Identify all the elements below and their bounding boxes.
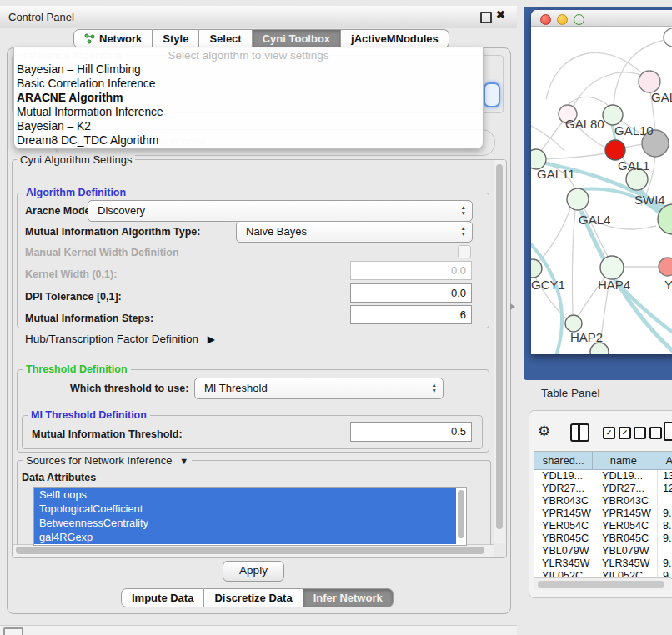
- node-label-hap4: HAP4: [598, 278, 630, 292]
- threshold-definition-title: Threshold Definition: [23, 363, 131, 375]
- attribute-list-scrollbar-thumb[interactable]: [458, 490, 464, 538]
- tab-discretize-data[interactable]: Discretize Data: [204, 588, 303, 608]
- cyni-algorithm-settings-title: Cyni Algorithm Settings: [17, 153, 135, 166]
- hub-definition-expander[interactable]: Hub/Transcription Factor Definition ▶: [25, 332, 215, 345]
- tab-infer-network[interactable]: Infer Network: [303, 588, 394, 608]
- table-row[interactable]: YBL079W YBL079W: [534, 545, 672, 558]
- manual-kernel-width-checkbox[interactable]: [458, 245, 471, 258]
- node-gal10[interactable]: [603, 105, 623, 125]
- float-panel-icon[interactable]: [480, 12, 492, 23]
- bottom-tabs: Impute Data Discretize Data Infer Networ…: [121, 588, 394, 608]
- dpi-tolerance-label: DPI Tolerance [0,1]:: [25, 291, 122, 302]
- node-label-swi4: SWI4: [634, 192, 665, 207]
- node-label-hap2: HAP2: [570, 330, 603, 344]
- combo-arrows-icon: ▲▼: [461, 225, 466, 237]
- close-traffic-light-icon[interactable]: [540, 14, 551, 25]
- table-row[interactable]: YER054C YER054C 8.: [534, 520, 672, 532]
- settings-vertical-scrollbar-thumb[interactable]: [496, 164, 503, 529]
- aracne-mode-value: Discovery: [98, 204, 145, 217]
- combo-arrows-icon: ▲▼: [432, 382, 437, 393]
- data-attributes-list[interactable]: SelfLoops TopologicalCoefficient Between…: [33, 487, 467, 546]
- import-table-icon[interactable]: [664, 422, 672, 441]
- network-canvas[interactable]: [531, 26, 672, 354]
- tab-jactivemnodules-label: jActiveMNodules: [351, 30, 439, 48]
- node-gal4[interactable]: [567, 188, 589, 210]
- algorithm-option[interactable]: Dream8 DC_TDC Algorithm: [14, 133, 483, 148]
- table-row[interactable]: YBR045C YBR045C 9.: [534, 532, 672, 545]
- table-row[interactable]: YPR145W YPR145W 9.: [534, 508, 672, 520]
- splitter-arrow-icon[interactable]: [510, 303, 515, 310]
- algorithm-option[interactable]: Basic Correlation Inference: [14, 77, 483, 91]
- sources-title-row[interactable]: Sources for Network Inference ▼: [23, 454, 192, 467]
- algorithm-dropdown-prompt: Select algorithm to view settings: [14, 48, 483, 62]
- control-panel-tabs: Network Style Select Cyni Toolbox jActiv…: [73, 29, 449, 48]
- kernel-width-input[interactable]: 0.0: [350, 261, 472, 280]
- column-header-extra[interactable]: A: [654, 452, 672, 469]
- node-label-gal10: GAL10: [614, 123, 654, 138]
- table-horizontal-scrollbar-thumb[interactable]: [538, 581, 664, 588]
- collapse-down-icon: ▼: [179, 456, 188, 466]
- tab-cyni-toolbox-label: Cyni Toolbox: [263, 30, 330, 48]
- mi-algorithm-type-combobox[interactable]: Naive Bayes ▲▼: [236, 221, 473, 242]
- tab-network[interactable]: Network: [73, 29, 153, 48]
- select-all-icon[interactable]: ✓✓: [603, 427, 631, 439]
- minimized-panel-button[interactable]: [3, 628, 23, 635]
- dpi-tolerance-input[interactable]: 0.0: [350, 283, 472, 302]
- column-visibility-icon[interactable]: [570, 423, 589, 442]
- close-panel-icon[interactable]: ✖: [496, 8, 505, 21]
- gear-icon[interactable]: ⚙: [538, 422, 550, 440]
- node-attribute-table[interactable]: shared... name A YDL19... YDL19... 13 YD…: [534, 451, 672, 579]
- table-row[interactable]: YBR043C YBR043C: [534, 495, 672, 508]
- tab-style[interactable]: Style: [153, 29, 199, 48]
- which-threshold-combobox[interactable]: MI Threshold ▲▼: [194, 378, 444, 399]
- bottom-strip: [0, 625, 517, 635]
- algorithm-option[interactable]: Bayesian – Hill Climbing: [14, 62, 483, 77]
- deselect-all-icon[interactable]: [634, 427, 662, 439]
- table-row[interactable]: YLR345W YLR345W 9.: [534, 558, 672, 570]
- control-panel-titlebar: Control Panel ✖: [0, 6, 517, 28]
- attribute-item-selected[interactable]: gal4RGexp: [34, 530, 456, 544]
- focused-spinner-fragment[interactable]: [484, 82, 500, 108]
- node-hap4[interactable]: [600, 256, 624, 279]
- aracne-mode-combobox[interactable]: Discovery ▲▼: [88, 200, 473, 222]
- tab-impute-data[interactable]: Impute Data: [121, 588, 204, 608]
- hub-definition-label: Hub/Transcription Factor Definition: [25, 332, 198, 345]
- tab-cyni-toolbox[interactable]: Cyni Toolbox: [253, 29, 341, 48]
- mi-threshold-input[interactable]: 0.5: [350, 422, 472, 442]
- control-panel-title: Control Panel: [8, 11, 74, 23]
- node-gcy1[interactable]: [531, 259, 542, 278]
- table-row[interactable]: YDR27... YDR27... 12: [534, 482, 672, 495]
- attribute-item-selected[interactable]: SelfLoops: [34, 488, 456, 502]
- node-gal1[interactable]: [605, 140, 625, 160]
- tab-style-label: Style: [163, 30, 188, 48]
- settings-horizontal-scrollbar-thumb[interactable]: [16, 547, 484, 554]
- node-label-gal1: GAL1: [618, 158, 649, 172]
- column-header-name[interactable]: name: [593, 452, 654, 469]
- sources-title: Sources for Network Inference: [26, 454, 173, 467]
- table-row[interactable]: YDL19... YDL19... 13: [534, 470, 672, 482]
- attribute-item-selected[interactable]: TopologicalCoefficient: [34, 502, 456, 516]
- algorithm-option-selected[interactable]: ARACNE Algorithm: [14, 91, 483, 105]
- attribute-item-selected[interactable]: BetweennessCentrality: [34, 516, 456, 530]
- node-partial-top[interactable]: [664, 28, 672, 47]
- network-window: [531, 10, 672, 354]
- column-header-shared[interactable]: shared...: [534, 452, 593, 469]
- tab-jactivemnodules[interactable]: jActiveMNodules: [341, 29, 449, 48]
- settings-horizontal-scrollbar[interactable]: [13, 544, 494, 557]
- node-y[interactable]: [659, 258, 672, 276]
- settings-vertical-scrollbar[interactable]: [494, 160, 505, 543]
- node-partial-bottom[interactable]: [590, 342, 609, 354]
- minimize-traffic-light-icon[interactable]: [557, 14, 568, 25]
- algorithm-option[interactable]: Mutual Information Inference: [14, 105, 483, 119]
- tab-select[interactable]: Select: [199, 29, 252, 48]
- node-hap2[interactable]: [565, 315, 582, 332]
- mi-steps-input[interactable]: 6: [350, 305, 472, 324]
- apply-button[interactable]: Apply: [223, 561, 284, 582]
- zoom-traffic-light-icon[interactable]: [574, 14, 584, 25]
- algorithm-option[interactable]: Bayesian – K2: [14, 119, 483, 133]
- node-label-gal7: GAL7: [651, 90, 672, 104]
- which-threshold-value: MI Threshold: [204, 382, 268, 394]
- expand-right-icon: ▶: [208, 333, 215, 345]
- table-horizontal-scrollbar[interactable]: [534, 578, 671, 590]
- kernel-width-label: Kernel Width (0,1):: [25, 268, 117, 280]
